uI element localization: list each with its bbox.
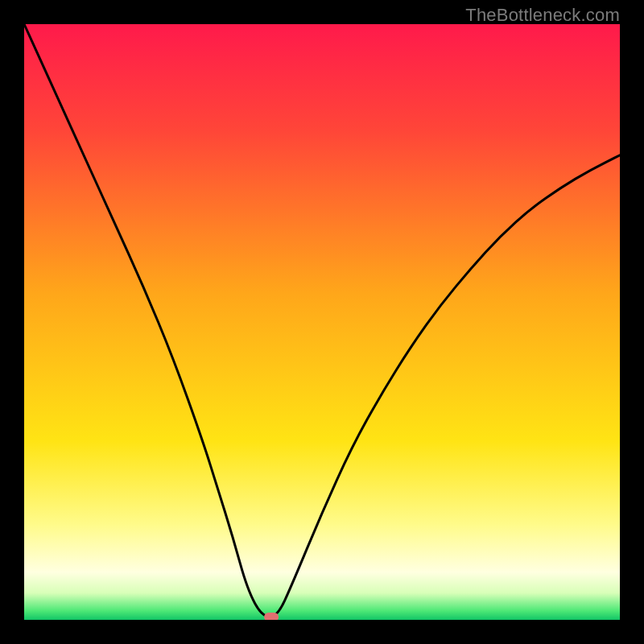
attribution-text: TheBottleneck.com [465,5,620,26]
gradient-background [24,24,620,620]
chart-frame: TheBottleneck.com [0,0,644,644]
plot-area [24,24,620,620]
optimal-point-marker [264,613,279,620]
bottleneck-chart [24,24,620,620]
